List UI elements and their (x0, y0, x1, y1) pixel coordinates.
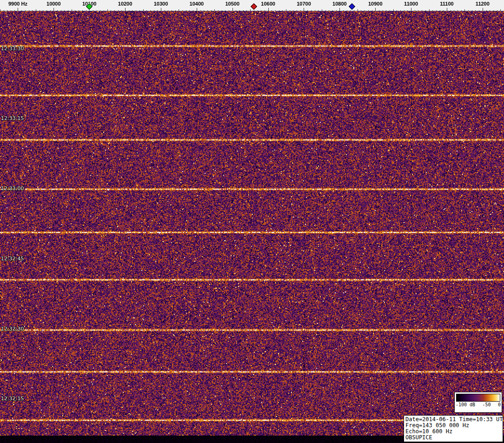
info-line-station: OBSUPICE (405, 435, 501, 441)
colorbar-min-label: -100 dB (456, 402, 475, 407)
freq-tick-label: 11100 (440, 1, 453, 7)
freq-tick-label: 10000 (46, 1, 61, 7)
freq-tick-label: 9900 Hz (8, 1, 27, 7)
colorbar-max-label: 0 (498, 402, 501, 407)
freq-tick-label: 10300 (154, 1, 168, 7)
freq-tick-label: 10800 (332, 1, 347, 7)
freq-tick-label: 10600 (261, 1, 275, 7)
freq-tick-label: 10700 (297, 1, 311, 7)
waterfall-spectrogram-canvas (0, 11, 504, 443)
colorbar-legend: -100 dB -50 0 (454, 392, 502, 413)
freq-tick-label: 10500 (225, 1, 239, 7)
spectrogram-app: 9900 Hz100001010010200103001040010500106… (0, 0, 504, 443)
freq-tick-label: 11200 (476, 1, 490, 7)
observation-info-box: Date=2014-06-11 Time=10:33 UTC Freq=143 … (404, 415, 503, 442)
freq-tick-label: 10400 (190, 1, 204, 7)
colorbar-gradient (456, 394, 500, 402)
colorbar-mid-label: -50 (483, 402, 491, 407)
frequency-ruler: 9900 Hz100001010010200103001040010500106… (0, 0, 504, 11)
freq-tick-label: 10200 (118, 1, 133, 7)
freq-tick-label: 11000 (404, 1, 418, 7)
colorbar-labels: -100 dB -50 0 (455, 402, 502, 407)
freq-tick-label: 10900 (368, 1, 383, 7)
